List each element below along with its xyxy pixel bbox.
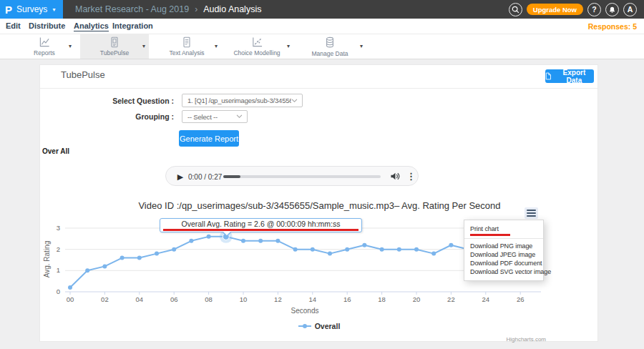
seek-bar[interactable] <box>223 175 381 178</box>
menu-item-download-png-image[interactable]: Download PNG image <box>464 242 543 250</box>
manage-data-dropdown-caret-icon[interactable]: ▾ <box>360 43 363 49</box>
data-point[interactable] <box>414 247 419 252</box>
audio-player: ▶ 0:00 / 0:27 ⋮ <box>165 166 419 186</box>
top-bar: P Surveys ▾ Market Research - Aug 2019 ›… <box>0 0 644 19</box>
data-point[interactable] <box>189 239 193 243</box>
nav-item-analytics[interactable]: Analytics <box>74 21 109 31</box>
text-document-icon <box>181 36 192 48</box>
x-axis-title: Seconds <box>240 307 369 315</box>
text-analysis-dropdown-caret-icon[interactable]: ▾ <box>215 43 218 49</box>
app-root: P Surveys ▾ Market Research - Aug 2019 ›… <box>0 0 644 349</box>
data-point[interactable] <box>293 247 298 252</box>
data-point[interactable] <box>155 252 159 256</box>
toolbar-item-tubepulse[interactable]: TubePulse <box>80 34 149 59</box>
avatar-letter: A <box>628 5 633 14</box>
data-point[interactable] <box>68 285 72 290</box>
data-point[interactable] <box>345 247 349 252</box>
generate-report-button[interactable]: Generate Report <box>179 130 239 147</box>
x-tick-label: 10 <box>240 295 248 303</box>
toolbar-item-label: Text Analysis <box>169 49 204 56</box>
data-point[interactable] <box>207 235 211 239</box>
nav-item-edit[interactable]: Edit <box>6 21 21 30</box>
top-bar-actions: Upgrade Now ? A <box>509 0 637 19</box>
data-point[interactable] <box>362 243 366 247</box>
data-point[interactable] <box>397 247 401 252</box>
help-button[interactable]: ? <box>587 3 601 16</box>
breadcrumb-separator-icon: › <box>195 4 197 14</box>
choice-modelling-dropdown-caret-icon[interactable]: ▾ <box>287 43 290 49</box>
avatar[interactable]: A <box>623 3 637 16</box>
toolbar-item-text-analysis[interactable]: Text Analysis <box>152 34 221 59</box>
divider <box>40 88 597 89</box>
data-point[interactable] <box>137 256 142 260</box>
select-question-label: Select Question : <box>54 97 174 105</box>
search-button[interactable] <box>509 3 522 16</box>
data-point[interactable] <box>172 247 176 252</box>
player-kebab-menu[interactable]: ⋮ <box>406 170 415 182</box>
nav-item-integration[interactable]: Integration <box>112 21 153 30</box>
responses-count[interactable]: Responses: 5 <box>588 22 637 31</box>
breadcrumb: Market Research - Aug 2019 › Audio Analy… <box>75 0 261 19</box>
panel-title: TubePulse <box>61 69 105 80</box>
data-point[interactable] <box>311 247 315 252</box>
x-tick-label: 02 <box>101 295 109 303</box>
breadcrumb-survey-name[interactable]: Market Research - Aug 2019 <box>75 4 189 14</box>
data-point[interactable] <box>328 252 332 256</box>
menu-item-download-pdf-document[interactable]: Download PDF document <box>464 259 543 267</box>
grouping-dropdown[interactable]: -- Select -- <box>182 110 248 123</box>
menu-item-download-jpeg-image[interactable]: Download JPEG image <box>464 250 543 259</box>
x-tick-label: 04 <box>136 295 144 303</box>
volume-icon <box>390 172 400 181</box>
upgrade-now-button[interactable]: Upgrade Now <box>527 4 583 15</box>
volume-button[interactable] <box>389 172 401 182</box>
grouping-value: -- Select -- <box>182 113 236 121</box>
chart-context-menu-button[interactable] <box>525 207 538 219</box>
toolbar-item-label: Manage Data <box>311 50 348 57</box>
y-axis-title: Avg. Rating <box>43 235 51 285</box>
x-tick-label: 00 <box>67 295 74 303</box>
play-button[interactable]: ▶ <box>175 172 185 182</box>
tubepulse-dropdown-caret-icon[interactable]: ▾ <box>142 43 145 49</box>
export-file-icon <box>545 72 552 80</box>
data-point[interactable] <box>275 239 280 243</box>
data-point[interactable] <box>380 247 384 252</box>
reports-dropdown-caret-icon[interactable]: ▾ <box>69 43 72 49</box>
x-tick-label: 20 <box>413 295 421 303</box>
x-tick-label: 26 <box>517 295 525 303</box>
notifications-button[interactable] <box>605 3 619 16</box>
menu-item-download-svg-vector-image[interactable]: Download SVG vector image <box>464 267 543 276</box>
chart-tooltip: Overall Avg. Rating = 2.6 @ 00:00:09 hh:… <box>160 218 362 232</box>
data-point[interactable] <box>102 264 107 268</box>
bell-icon <box>608 6 616 14</box>
toolbar-item-label: TubePulse <box>100 49 129 56</box>
data-point[interactable] <box>85 268 89 272</box>
legend-item-overall[interactable]: Overall <box>248 322 391 330</box>
toolbar-item-label: Choice Modelling <box>233 49 280 56</box>
questionpro-logo-icon: P <box>5 4 12 15</box>
chevron-down-icon <box>236 114 243 119</box>
data-point[interactable] <box>431 252 436 256</box>
highcharts-credits[interactable]: Highcharts.com <box>474 336 546 343</box>
x-tick-label: 16 <box>343 295 351 303</box>
analytics-toolbar: Reports ▾ TubePulse ▾ Text Analysis ▾ Ch… <box>0 34 644 59</box>
line-chart-icon <box>39 36 51 48</box>
export-data-button[interactable]: Export Data <box>545 69 594 83</box>
data-point[interactable] <box>120 256 125 260</box>
data-point[interactable] <box>449 243 453 247</box>
toolbar-item-choice-modelling[interactable]: Choice Modelling <box>223 34 291 59</box>
series-line-overall <box>70 237 469 287</box>
seek-bar-played <box>223 175 240 178</box>
legend-marker-icon <box>298 323 311 329</box>
data-point[interactable] <box>241 239 245 243</box>
select-question-dropdown[interactable]: 1. [Q1] /qp_userimages/sub-3/3455655/S..… <box>182 94 303 107</box>
nav-item-distribute[interactable]: Distribute <box>29 21 65 30</box>
x-tick-label: 06 <box>170 295 178 303</box>
surveys-menu[interactable]: P Surveys ▾ <box>0 0 63 19</box>
data-point[interactable] <box>258 239 263 243</box>
x-tick-label: 22 <box>447 295 455 303</box>
chevron-down-icon <box>291 99 298 103</box>
x-tick-label: 24 <box>482 295 490 303</box>
toolbar-item-manage-data[interactable]: Manage Data <box>296 34 364 59</box>
menu-item-print-chart[interactable]: Print chart <box>464 224 543 233</box>
grouping-label: Grouping : <box>54 112 174 121</box>
